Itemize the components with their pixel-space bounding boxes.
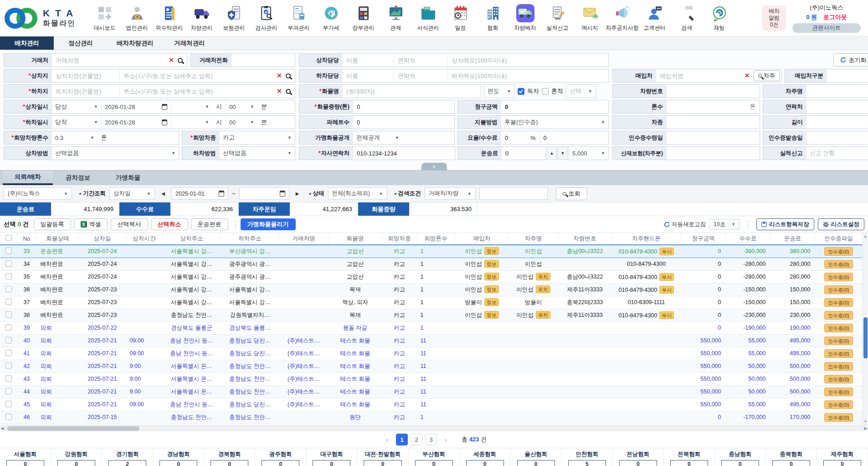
row-checkbox[interactable] <box>5 350 12 356</box>
tab-거래처관리[interactable]: 거래처관리 <box>163 36 216 50</box>
association-인천협회[interactable]: 인천협회5 <box>562 448 613 466</box>
freight-input[interactable] <box>502 147 545 160</box>
table-row-43[interactable]: 43의뢰2025-07-219:00서울특별시 은…충청남도 천안…(주)테스트… <box>0 373 868 385</box>
association-경남협회[interactable]: 경남협회0 <box>153 448 204 466</box>
list-settings-button[interactable]: 리스트설정 <box>818 218 865 230</box>
search-keyword-input[interactable] <box>479 187 548 200</box>
association-충남협회[interactable]: 충남협회0 <box>715 448 766 466</box>
row-checkbox[interactable] <box>5 324 12 331</box>
table-row-42[interactable]: 42의뢰2025-07-219:00서울특별시 은…충청남도 천안…(주)테스트… <box>0 360 868 373</box>
receipt-badge[interactable]: 인수증(0) <box>824 362 853 371</box>
column-header-희망차종[interactable]: 희망차종 <box>382 233 417 245</box>
column-header-No[interactable]: No <box>17 233 37 245</box>
dropoff-date-input[interactable]: 2026-01-28 <box>101 116 170 129</box>
client-phone-input[interactable] <box>231 54 295 67</box>
nav-item-chat[interactable]: 채팅 <box>704 4 734 32</box>
app-logo[interactable]: K T A 화물라인 <box>5 6 87 30</box>
car-kind-input[interactable] <box>667 116 760 129</box>
association-광주협회[interactable]: 광주협회0 <box>255 448 306 466</box>
clear-dropoff-icon[interactable]: × <box>275 85 284 98</box>
receipt-badge[interactable]: 인수증(0) <box>824 413 853 422</box>
upload-affiliate-cargo-button[interactable]: 가맹화물올리기 <box>241 218 296 230</box>
pickup-mode-select[interactable]: 당상▼ <box>52 100 101 113</box>
row-checkbox[interactable] <box>5 286 12 292</box>
info-badge[interactable]: 정보 <box>484 285 499 293</box>
push-badge[interactable]: 푸시 <box>659 286 674 294</box>
clear-buyer-icon[interactable]: × <box>743 69 752 82</box>
receipt-badge[interactable]: 인수증(0) <box>824 324 853 332</box>
column-header-화물상태[interactable]: 화물상태 <box>37 233 79 245</box>
excel-button[interactable]: X엑셀 <box>74 218 108 230</box>
nav-item-consignment[interactable]: 위수탁관리 <box>154 4 185 32</box>
pickup-hour-select[interactable]: ▼ <box>170 100 212 113</box>
clear-client-icon[interactable]: × <box>167 54 176 67</box>
company-contact-input[interactable] <box>353 147 455 160</box>
receipt-received-input[interactable] <box>667 131 760 144</box>
location-badge[interactable]: 위치 <box>536 311 550 319</box>
column-header-인수증파일[interactable]: 인수증파일 <box>815 233 863 245</box>
bulk-register-button[interactable]: 일괄등록 <box>34 218 71 230</box>
nav-item-inspection[interactable]: 검사관리 <box>251 4 282 32</box>
select-all-checkbox[interactable] <box>5 235 12 241</box>
page-button-1[interactable]: 1 <box>396 434 408 445</box>
prev-page-button[interactable]: ‹ <box>381 434 393 445</box>
search-button[interactable]: 조회 <box>556 187 587 200</box>
column-header-차주명[interactable]: 차주명 <box>509 233 558 245</box>
association-경기협회[interactable]: 경기협회2 <box>102 448 153 466</box>
receipt-badge[interactable]: 인수증(0) <box>824 260 853 269</box>
pickup-date-input[interactable]: 2026-01-28 <box>101 100 170 113</box>
table-row-37[interactable]: 37배차완료2025-07-23서울특별시 강…서울특별시 강…책상, 의자카고… <box>0 296 868 309</box>
table-row-36[interactable]: 36배차완료2025-07-23서울특별시 강…서울특별시 강…목재카고1이인섭… <box>0 283 868 296</box>
association-세종협회[interactable]: 세종협회0 <box>460 448 511 466</box>
nav-item-notice[interactable]: 차주공지사항 <box>607 4 637 32</box>
association-울산협회[interactable]: 울산협회0 <box>511 448 562 466</box>
receipt-badge[interactable]: 인수증(0) <box>824 247 853 256</box>
dropoff-contact-name-input[interactable] <box>343 69 394 82</box>
table-row-40[interactable]: 40의뢰2025-07-2109:00충남 천안시 동…충청남도 당진…(주)테… <box>0 334 868 347</box>
bill-amount-input[interactable] <box>501 100 608 113</box>
payment-select[interactable]: 후불(인수증)▼ <box>501 116 608 129</box>
table-row-34[interactable]: 34배차완료2025-07-24서울특별시 강…광주광역시 광…고압선카고1이인… <box>0 258 868 270</box>
column-header-차량번호[interactable]: 차량번호 <box>558 233 612 245</box>
period-type-select[interactable]: 상차일▼ <box>109 187 155 200</box>
calendar-icon[interactable] <box>162 119 167 125</box>
receipt-badge[interactable]: 인수증(0) <box>824 337 853 345</box>
nav-item-search[interactable]: 검색 <box>672 4 702 32</box>
push-badge[interactable]: 푸시 <box>659 311 674 319</box>
row-checkbox[interactable] <box>5 273 12 280</box>
info-badge[interactable]: 정보 <box>484 260 499 268</box>
nav-item-message[interactable]: 메시지 <box>575 4 605 32</box>
driver-search-button[interactable]: 차주 <box>753 70 780 81</box>
dropoff-contact-phone-input[interactable] <box>394 69 447 82</box>
date-to-input[interactable] <box>239 187 289 200</box>
table-row-44[interactable]: 44의뢰2025-07-219:00서울특별시 은…충청남도 천안…(주)테스트… <box>0 385 868 398</box>
client-input[interactable] <box>52 54 167 67</box>
column-header-상차시간[interactable]: 상차시간 <box>126 233 163 245</box>
nav-item-support[interactable]: 고객센터 <box>639 4 670 32</box>
table-row-35[interactable]: 35배차완료2025-07-24서울특별시 강…광주광역시 광…고압선카고1이인… <box>0 270 868 283</box>
association-부산협회[interactable]: 부산협회0 <box>409 448 460 466</box>
dropoff-memo-input[interactable] <box>447 69 608 82</box>
rate-amount-input[interactable] <box>539 131 608 144</box>
dropoff-minute-select[interactable]: 00▼ <box>226 116 257 129</box>
related-sites-button[interactable]: 관련사이트 <box>792 23 861 33</box>
association-충북협회[interactable]: 충북협회0 <box>766 448 817 466</box>
industrial-insurance-input[interactable] <box>667 147 760 160</box>
table-row-38[interactable]: 38배차완료2025-07-23충청남도 천안…강원특별자치…목재카고1이인섭정… <box>0 309 868 321</box>
column-header-상차일[interactable]: 상차일 <box>79 233 126 245</box>
row-checkbox[interactable] <box>5 401 12 407</box>
search-dropoff-icon[interactable] <box>284 85 295 98</box>
pickup-contact-name-input[interactable] <box>343 54 394 67</box>
receipt-badge[interactable]: 인수증(0) <box>824 375 853 383</box>
next-page-button[interactable]: › <box>440 434 452 445</box>
prev-period-button[interactable]: ◀ <box>159 187 168 200</box>
search-client-icon[interactable] <box>176 54 187 67</box>
association-강원협회[interactable]: 강원협회0 <box>51 448 102 466</box>
tab-배차차량관리[interactable]: 배차차량관리 <box>108 36 163 50</box>
form-collapse-button[interactable]: ∧ <box>421 163 447 170</box>
receipt-badge[interactable]: 인수증(0) <box>824 273 853 281</box>
dropoff-hour-select[interactable]: ▼ <box>170 116 212 129</box>
mixed-checkbox[interactable] <box>542 88 549 95</box>
next-period-button[interactable]: ▶ <box>293 187 302 200</box>
publish-select[interactable]: 전체공개▼ <box>353 131 402 144</box>
